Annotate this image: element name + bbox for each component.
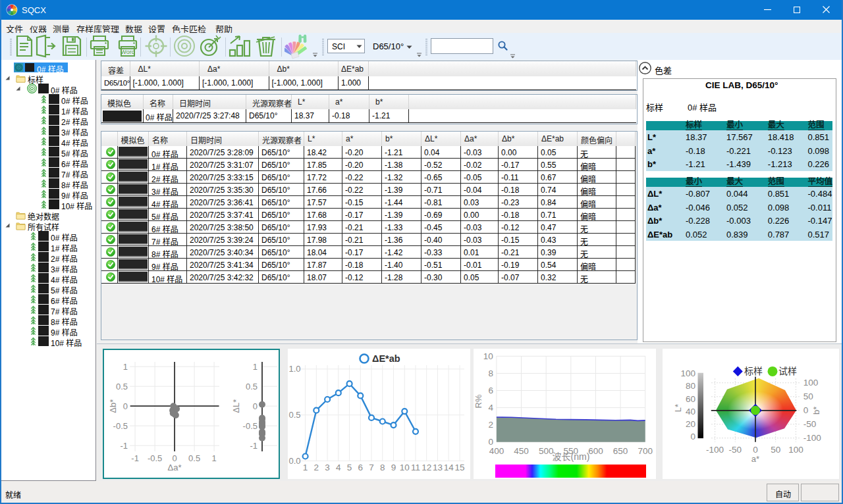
svg-text:15: 15: [454, 463, 464, 472]
svg-text:20: 20: [686, 419, 695, 429]
svg-text:40: 40: [686, 407, 695, 416]
svg-text:600: 600: [588, 446, 603, 456]
svg-text:0: 0: [803, 405, 809, 415]
svg-text:L*: L*: [673, 404, 683, 412]
svg-text:R%: R%: [474, 394, 483, 408]
svg-text:1: 1: [123, 362, 128, 372]
svg-text:8: 8: [380, 463, 385, 472]
svg-text:7: 7: [369, 463, 374, 472]
svg-text:-1: -1: [120, 441, 128, 451]
svg-text:8: 8: [488, 368, 493, 378]
svg-text:标样: 标样: [744, 366, 763, 376]
svg-text:650: 650: [613, 446, 628, 456]
svg-text:13: 13: [433, 463, 443, 472]
svg-text:2: 2: [314, 463, 319, 472]
svg-text:11: 11: [411, 463, 420, 472]
svg-text:0: 0: [253, 401, 258, 411]
svg-text:0.5: 0.5: [116, 382, 128, 391]
svg-text:3: 3: [325, 463, 330, 472]
svg-text:0: 0: [690, 432, 695, 441]
svg-text:0.5: 0.5: [288, 410, 300, 420]
svg-text:Δb*: Δb*: [108, 399, 118, 413]
svg-text:b*: b*: [811, 407, 821, 415]
svg-text:Word: Word: [121, 49, 134, 55]
svg-text:80: 80: [686, 381, 695, 391]
svg-text:500: 500: [539, 446, 554, 456]
svg-text:6: 6: [488, 386, 493, 395]
svg-text:1: 1: [253, 362, 258, 372]
svg-text:10: 10: [400, 463, 410, 472]
svg-text:12: 12: [422, 463, 431, 472]
svg-text:-100: -100: [803, 433, 821, 443]
svg-text:100: 100: [788, 445, 803, 455]
svg-text:0: 0: [123, 401, 128, 411]
svg-text:ΔE*ab: ΔE*ab: [372, 353, 400, 364]
svg-text:0: 0: [753, 445, 758, 455]
svg-text:4: 4: [336, 463, 341, 472]
svg-text:60: 60: [686, 394, 695, 404]
svg-text:5: 5: [347, 463, 352, 472]
svg-text:-0.5: -0.5: [243, 421, 258, 431]
svg-text:1: 1: [303, 463, 308, 472]
svg-text:0.0: 0.0: [288, 456, 300, 466]
svg-text:波长(nm): 波长(nm): [553, 451, 590, 462]
svg-text:9: 9: [391, 463, 396, 472]
svg-text:14: 14: [444, 463, 454, 472]
svg-text:6: 6: [358, 463, 364, 472]
svg-text:试样: 试样: [778, 366, 797, 376]
svg-text:-50: -50: [803, 419, 817, 429]
svg-text:450: 450: [514, 446, 529, 456]
svg-text:-50: -50: [729, 445, 742, 455]
svg-text:1.0: 1.0: [288, 364, 300, 374]
svg-text:10: 10: [483, 351, 493, 361]
svg-text:2: 2: [488, 420, 493, 430]
svg-text:50: 50: [771, 445, 780, 455]
svg-text:0: 0: [172, 453, 177, 463]
svg-text:0.5: 0.5: [188, 453, 200, 463]
svg-text:Δa*: Δa*: [168, 463, 182, 472]
svg-text:50: 50: [803, 391, 813, 401]
svg-text:100: 100: [803, 378, 819, 388]
svg-text:-0.5: -0.5: [113, 421, 128, 431]
svg-text:4: 4: [488, 403, 493, 413]
svg-text:-1: -1: [250, 441, 258, 451]
svg-text:a*: a*: [751, 454, 759, 464]
svg-text:1: 1: [211, 453, 216, 463]
svg-text:700: 700: [638, 446, 653, 456]
svg-text:ΔL*: ΔL*: [231, 399, 241, 413]
svg-text:400: 400: [489, 446, 504, 456]
svg-text:100: 100: [680, 368, 695, 378]
svg-text:-100: -100: [706, 445, 724, 455]
svg-text:0.5: 0.5: [246, 382, 258, 391]
svg-text:-1: -1: [131, 453, 139, 463]
svg-text:-0.5: -0.5: [148, 453, 162, 463]
